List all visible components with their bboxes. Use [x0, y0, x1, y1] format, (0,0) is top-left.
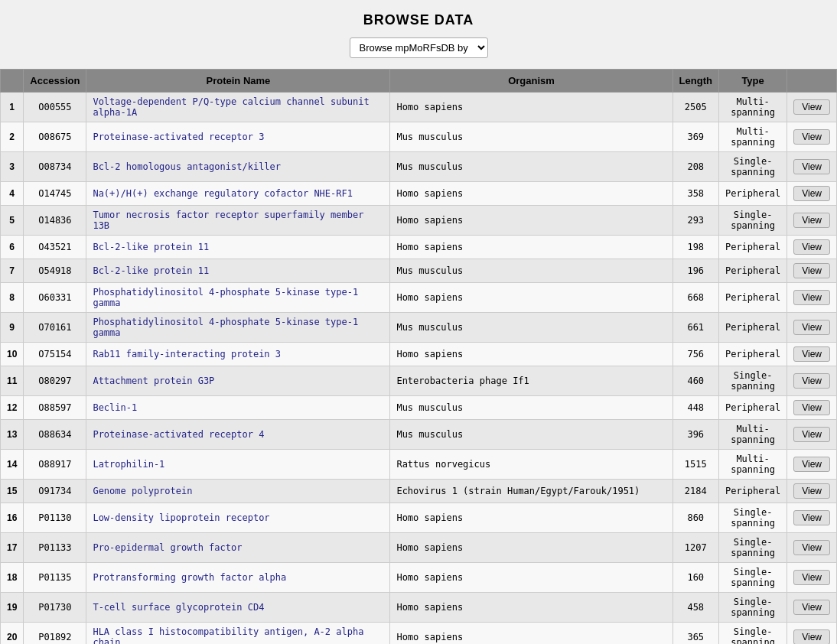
- row-protein-name: Na(+)/H(+) exchange regulatory cofactor …: [86, 182, 390, 206]
- view-button[interactable]: View: [793, 346, 830, 362]
- col-header-accession: Accession: [24, 70, 86, 93]
- col-header-action: [787, 70, 837, 93]
- row-length: 1515: [673, 450, 718, 480]
- row-length: 448: [673, 396, 718, 420]
- row-action: View: [787, 503, 837, 533]
- row-length: 668: [673, 283, 718, 313]
- row-accession: O88917: [24, 450, 86, 480]
- table-row: 7O54918Bcl-2-like protein 11Mus musculus…: [1, 259, 837, 283]
- row-action: View: [787, 533, 837, 563]
- table-row: 18P01135Protransforming growth factor al…: [1, 563, 837, 593]
- row-accession: O70161: [24, 313, 86, 343]
- col-header-protein-name: Protein Name: [86, 70, 390, 93]
- row-accession: O00555: [24, 93, 86, 122]
- col-header-num: [1, 70, 24, 93]
- table-row: 14O88917Latrophilin-1Rattus norvegicus15…: [1, 450, 837, 480]
- row-organism: Mus musculus: [390, 420, 673, 450]
- view-button[interactable]: View: [793, 427, 830, 442]
- row-type: Single-spanning: [718, 503, 787, 533]
- row-protein-name: Genome polyprotein: [86, 480, 390, 503]
- view-button[interactable]: View: [793, 263, 830, 278]
- row-accession: O14836: [24, 206, 86, 236]
- table-row: 19P01730T-cell surface glycoprotein CD4H…: [1, 593, 837, 623]
- row-protein-name: Latrophilin-1: [86, 450, 390, 480]
- row-organism: Mus musculus: [390, 122, 673, 152]
- row-number: 14: [1, 450, 24, 480]
- row-action: View: [787, 93, 837, 122]
- row-length: 369: [673, 122, 718, 152]
- row-accession: O80297: [24, 366, 86, 396]
- row-protein-name: Phosphatidylinositol 4-phosphate 5-kinas…: [86, 283, 390, 313]
- row-number: 11: [1, 366, 24, 396]
- row-type: Single-spanning: [718, 563, 787, 593]
- row-accession: O08675: [24, 122, 86, 152]
- data-table: Accession Protein Name Organism Length T…: [0, 69, 837, 644]
- row-type: Peripheral: [718, 259, 787, 283]
- row-action: View: [787, 283, 837, 313]
- row-protein-name: Rab11 family-interacting protein 3: [86, 343, 390, 366]
- view-button[interactable]: View: [793, 570, 830, 585]
- row-length: 365: [673, 623, 718, 645]
- view-button[interactable]: View: [793, 457, 830, 472]
- table-row: 12O88597Beclin-1Mus musculus448Periphera…: [1, 396, 837, 420]
- row-type: Multi-spanning: [718, 122, 787, 152]
- view-button[interactable]: View: [793, 510, 830, 525]
- table-row: 8O60331Phosphatidylinositol 4-phosphate …: [1, 283, 837, 313]
- row-length: 198: [673, 236, 718, 259]
- row-length: 458: [673, 593, 718, 623]
- row-action: View: [787, 122, 837, 152]
- view-button[interactable]: View: [793, 320, 830, 335]
- row-organism: Homo sapiens: [390, 93, 673, 122]
- row-type: Multi-spanning: [718, 93, 787, 122]
- view-button[interactable]: View: [793, 629, 830, 644]
- row-organism: Mus musculus: [390, 152, 673, 182]
- view-button[interactable]: View: [793, 600, 830, 615]
- view-button[interactable]: View: [793, 186, 830, 201]
- table-row: 20P01892HLA class I histocompatibility a…: [1, 623, 837, 645]
- row-action: View: [787, 206, 837, 236]
- view-button[interactable]: View: [793, 540, 830, 555]
- view-button[interactable]: View: [793, 483, 830, 499]
- row-length: 2184: [673, 480, 718, 503]
- row-protein-name: HLA class I histocompatibility antigen, …: [86, 623, 390, 645]
- table-row: 6O43521Bcl-2-like protein 11Homo sapiens…: [1, 236, 837, 259]
- row-accession: P01135: [24, 563, 86, 593]
- row-organism: Homo sapiens: [390, 206, 673, 236]
- row-number: 20: [1, 623, 24, 645]
- row-accession: O08734: [24, 152, 86, 182]
- row-number: 9: [1, 313, 24, 343]
- view-button[interactable]: View: [793, 373, 830, 389]
- row-action: View: [787, 623, 837, 645]
- row-action: View: [787, 259, 837, 283]
- row-protein-name: Bcl-2 homologous antagonist/killer: [86, 152, 390, 182]
- view-button[interactable]: View: [793, 159, 830, 174]
- row-type: Peripheral: [718, 283, 787, 313]
- row-protein-name: Beclin-1: [86, 396, 390, 420]
- row-action: View: [787, 593, 837, 623]
- view-button[interactable]: View: [793, 290, 830, 305]
- row-protein-name: Phosphatidylinositol 4-phosphate 5-kinas…: [86, 313, 390, 343]
- browse-select[interactable]: Browse mpMoRFsDB byAccessionOrganismType: [350, 37, 488, 58]
- row-accession: P01133: [24, 533, 86, 563]
- view-button[interactable]: View: [793, 400, 830, 415]
- row-length: 860: [673, 503, 718, 533]
- row-action: View: [787, 420, 837, 450]
- row-number: 18: [1, 563, 24, 593]
- view-button[interactable]: View: [793, 213, 830, 228]
- browse-select-container: Browse mpMoRFsDB byAccessionOrganismType: [0, 37, 837, 58]
- row-organism: Homo sapiens: [390, 563, 673, 593]
- row-number: 15: [1, 480, 24, 503]
- row-type: Multi-spanning: [718, 450, 787, 480]
- row-protein-name: Bcl-2-like protein 11: [86, 236, 390, 259]
- table-row: 9O70161Phosphatidylinositol 4-phosphate …: [1, 313, 837, 343]
- row-number: 1: [1, 93, 24, 122]
- row-type: Single-spanning: [718, 623, 787, 645]
- row-type: Single-spanning: [718, 366, 787, 396]
- table-header-row: Accession Protein Name Organism Length T…: [1, 70, 837, 93]
- row-number: 17: [1, 533, 24, 563]
- view-button[interactable]: View: [793, 239, 830, 255]
- view-button[interactable]: View: [793, 99, 830, 115]
- row-accession: P01892: [24, 623, 86, 645]
- row-type: Single-spanning: [718, 206, 787, 236]
- view-button[interactable]: View: [793, 129, 830, 145]
